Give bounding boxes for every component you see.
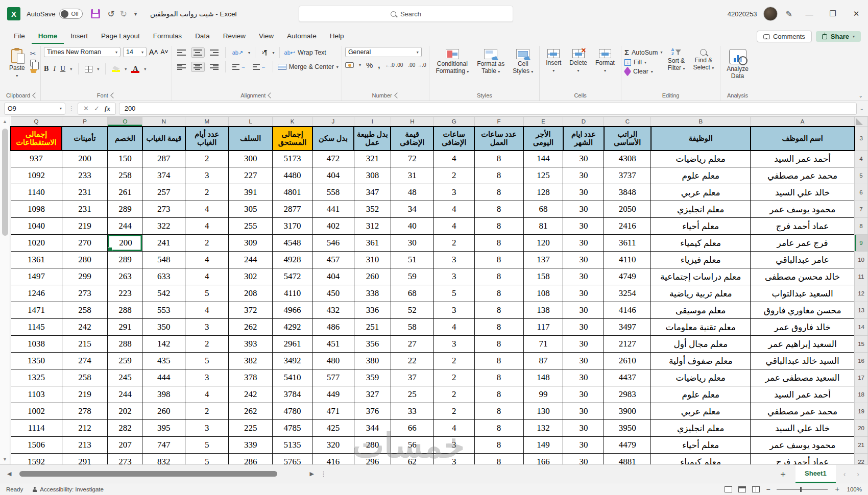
search-input[interactable]: Search [299,6,513,22]
cell-F14[interactable]: 8 [474,319,523,336]
cell-B18[interactable]: معلم علوم [651,386,751,403]
cell-Q14[interactable]: 1145 [11,319,62,336]
cell-I12[interactable]: 338 [354,285,391,302]
cell-L13[interactable]: 372 [229,302,273,319]
cell-H15[interactable]: 27 [391,336,433,353]
cell-G16[interactable]: 2 [433,353,474,369]
cell-G11[interactable]: 3 [433,268,474,285]
cell-J5[interactable]: 404 [312,167,354,184]
cell-P13[interactable]: 258 [62,302,108,319]
dialog-launcher-icon[interactable] [110,92,116,98]
cell-N13[interactable]: 553 [142,302,185,319]
row-header-9[interactable]: 9 [855,235,868,252]
table-header-C[interactable]: الراتب الأساسى [604,127,651,151]
cell-H18[interactable]: 25 [391,386,433,403]
cell-P7[interactable]: 231 [62,201,108,218]
cell-J19[interactable]: 471 [312,403,354,420]
cell-I21[interactable]: 280 [354,437,391,454]
vertical-scrollbar[interactable]: ▲ ▼ [0,116,10,464]
insert-function-icon[interactable]: fx [105,105,110,113]
autosave-toggle[interactable]: Off [59,9,83,19]
cell-M15[interactable]: 2 [185,336,229,353]
page-break-view-icon[interactable] [752,486,760,492]
cell-C17[interactable]: 4437 [604,369,651,386]
cell-J14[interactable]: 486 [312,319,354,336]
cell-Q7[interactable]: 1098 [11,201,62,218]
cell-C4[interactable]: 4308 [604,151,651,167]
cell-N19[interactable]: 260 [142,403,185,420]
cell-I4[interactable]: 321 [354,151,391,167]
cell-N5[interactable]: 374 [142,167,185,184]
cell-I8[interactable]: 312 [354,218,391,235]
cell-P12[interactable]: 273 [62,285,108,302]
cell-M18[interactable]: 4 [185,386,229,403]
cell-C6[interactable]: 3848 [604,184,651,201]
cell-L20[interactable]: 225 [229,420,273,437]
cell-A16[interactable]: السيد خالد عبدالباقي [751,353,855,369]
autosave-control[interactable]: AutoSave Off [27,9,83,19]
comments-button[interactable]: Comments [757,31,812,42]
table-header-K[interactable]: إجمالى المستحق [273,127,312,151]
cell-B6[interactable]: معلم عربي [651,184,751,201]
cell-I11[interactable]: 260 [354,268,391,285]
table-header-J[interactable]: بدل سكن [312,127,354,151]
cut-icon[interactable]: ✂ [30,50,37,57]
cell-N10[interactable]: 548 [142,252,185,268]
cell-D12[interactable]: 30 [563,285,604,302]
borders-icon[interactable] [85,66,92,72]
cell-H14[interactable]: 58 [391,319,433,336]
cell-H5[interactable]: 31 [391,167,433,184]
cell-F21[interactable]: 8 [474,437,523,454]
cell-Q9[interactable]: 1020 [11,235,62,252]
cell-F15[interactable]: 8 [474,336,523,353]
cell-K8[interactable]: 3170 [273,218,312,235]
cell-O18[interactable]: 244 [108,386,142,403]
cell-L9[interactable]: 309 [229,235,273,252]
redo-icon[interactable]: ↻▾ [120,9,125,19]
format-cells-button[interactable]: Format▾ [592,47,618,75]
cell-N20[interactable]: 395 [142,420,185,437]
cell-J12[interactable]: 450 [312,285,354,302]
cell-G12[interactable]: 5 [433,285,474,302]
cell-L12[interactable]: 208 [229,285,273,302]
zoom-slider[interactable] [777,489,828,490]
cell-A21[interactable]: محمود يوسف عمر [751,437,855,454]
cell-P21[interactable]: 213 [62,437,108,454]
cell-L6[interactable]: 391 [229,184,273,201]
align-bottom-icon[interactable] [208,48,221,57]
vertical-scroll-thumb[interactable] [2,129,8,236]
cell-O20[interactable]: 282 [108,420,142,437]
cell-K11[interactable]: 5472 [273,268,312,285]
align-center-icon[interactable] [191,62,205,72]
avatar[interactable] [763,7,778,21]
cell-C13[interactable]: 4146 [604,302,651,319]
cell-D11[interactable]: 30 [563,268,604,285]
cell-K21[interactable]: 5135 [273,437,312,454]
cell-E16[interactable]: 87 [523,353,563,369]
cell-K6[interactable]: 4801 [273,184,312,201]
decrease-indent-icon[interactable]: ← [251,62,268,71]
accessibility-status[interactable]: Accessibility: Investigate [32,486,104,492]
name-box[interactable]: O9▾ [4,103,65,115]
cell-F9[interactable]: 8 [474,235,523,252]
cell-Q15[interactable]: 1038 [11,336,62,353]
cell-B19[interactable]: معلم عربي [651,403,751,420]
cell-Q21[interactable]: 1506 [11,437,62,454]
cell-D20[interactable]: 30 [563,420,604,437]
cell-O13[interactable]: 288 [108,302,142,319]
column-header-G[interactable]: G [433,117,474,127]
cell-P14[interactable]: 242 [62,319,108,336]
cell-P5[interactable]: 233 [62,167,108,184]
cell-L15[interactable]: 393 [229,336,273,353]
cell-M22[interactable]: 5 [185,454,229,465]
cell-L4[interactable]: 300 [229,151,273,167]
cell-D14[interactable]: 30 [563,319,604,336]
cell-M10[interactable]: 4 [185,252,229,268]
cell-L17[interactable]: 378 [229,369,273,386]
cell-Q16[interactable]: 1350 [11,353,62,369]
row-header-6[interactable]: 6 [855,184,868,201]
cell-C19[interactable]: 3900 [604,403,651,420]
cell-E18[interactable]: 99 [523,386,563,403]
cell-C7[interactable]: 2050 [604,201,651,218]
cell-M16[interactable]: 5 [185,353,229,369]
